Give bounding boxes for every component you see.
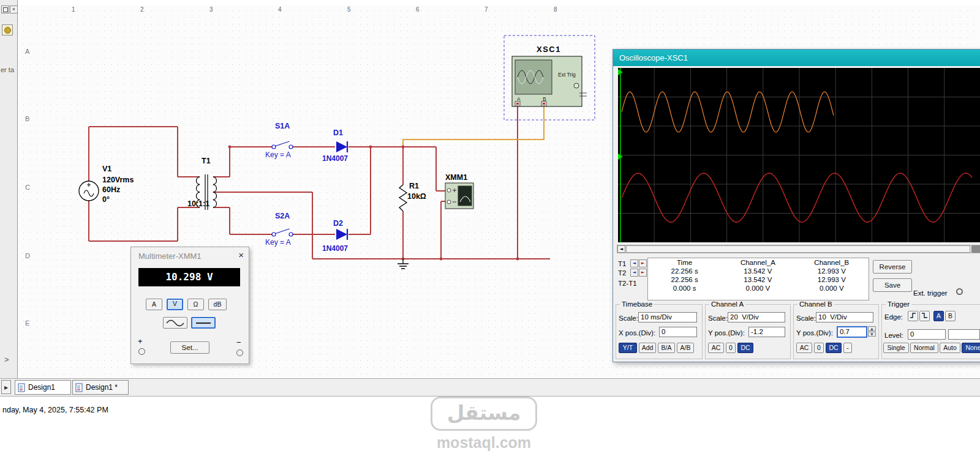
channel-a-scale-input[interactable]: 20 V/Div [728, 312, 785, 322]
channel-b-ypos-input[interactable]: 0.7 [837, 326, 867, 338]
scroll-left-button[interactable]: ◄ [617, 245, 625, 253]
trigger-level-unit-box[interactable] [948, 329, 980, 340]
trigger-a-button[interactable]: A [933, 311, 944, 321]
window-restore-icon[interactable] [1, 6, 9, 13]
window-close-icon[interactable]: × [10, 6, 18, 13]
ab-mode-button[interactable]: A/B [677, 343, 694, 353]
set-button[interactable]: Set... [170, 341, 209, 354]
dc-line-icon [194, 319, 213, 326]
ground-symbol[interactable] [398, 259, 409, 269]
multimeter-title: Multimeter-XMM1 [138, 251, 202, 261]
t1-label: T1 [202, 157, 211, 165]
r1-label: R1 [409, 182, 419, 190]
d1-diode[interactable]: D1 1N4007 [322, 129, 348, 163]
minus-terminal[interactable] [236, 349, 243, 356]
oscilloscope-window[interactable]: Oscilloscope-XSC1 ◄ T1 ◄ ► T2 ◄ ► T2-T1 … [612, 49, 980, 362]
t2-t1-label: T2-T1 [618, 280, 637, 287]
dc-mode-button[interactable] [191, 317, 216, 329]
schematic-sheet-icon [75, 383, 83, 392]
falling-edge-icon [921, 311, 929, 319]
channel-b-scale-input[interactable]: 10 V/Div [816, 312, 873, 322]
status-datetime: nday, May 4, 2025, 7:55:42 PM [2, 406, 108, 414]
channel-b-title: Channel B [797, 300, 834, 308]
ext-trig-label: Ext Trig [558, 72, 576, 78]
oscilloscope-titlebar[interactable]: Oscilloscope-XSC1 [613, 50, 980, 66]
timebase-xpos-input[interactable]: 0 [659, 327, 697, 337]
voltmeter-button[interactable]: V [167, 299, 183, 310]
multimeter-window[interactable]: Multimeter-XMM1 × 10.298 V A V Ω dB + − … [130, 247, 249, 364]
edge-rising-button[interactable] [908, 311, 918, 321]
t1-left-button[interactable]: ◄ [630, 259, 638, 267]
d2-diode[interactable]: D2 1N4007 [322, 219, 348, 253]
channel-a-title: Channel A [709, 300, 745, 308]
ohmmeter-button[interactable]: Ω [187, 299, 204, 310]
channel-b-ac-button[interactable]: AC [796, 343, 812, 353]
tab-scroll-button[interactable]: ▶ [1, 380, 11, 394]
v1-source[interactable]: V1 120Vrms 60Hz 0° [79, 165, 134, 204]
ypos-spin-up-button[interactable]: ▲ [868, 326, 876, 331]
t2-cursor-label: T2 [618, 269, 626, 277]
tab-design1-modified[interactable]: Design1 * [72, 380, 129, 395]
t2-right-button[interactable]: ► [639, 269, 647, 277]
timebase-scale-input[interactable]: 10 ms/Div [638, 312, 697, 322]
channel-a-group: Channel A Scale: 20 V/Div Y pos.(Div): -… [705, 304, 791, 359]
v1-frequency: 60Hz [102, 185, 120, 194]
docked-panel-text: er ta [1, 66, 14, 73]
trigger-none-button[interactable]: None [962, 343, 980, 353]
scrollbar-thumb[interactable] [626, 245, 970, 253]
left-dock-strip: × er ta > [0, 0, 18, 378]
save-button[interactable]: Save [873, 278, 912, 292]
table-row: 22.256 s13.542 V12.993 V [648, 267, 869, 275]
channel-b-zero-button[interactable]: 0 [814, 343, 824, 353]
t1-right-button[interactable]: ► [639, 259, 647, 267]
d2-part-label: 1N4007 [322, 244, 348, 253]
sine-icon [165, 319, 185, 327]
d1-part-label: 1N4007 [322, 154, 348, 163]
plus-terminal[interactable] [138, 348, 145, 355]
trigger-single-button[interactable]: Single [883, 343, 909, 353]
tab-label: Design1 * [86, 380, 118, 395]
ac-mode-button[interactable] [163, 317, 187, 329]
s1a-switch[interactable]: S1A Key = A [265, 122, 293, 159]
ammeter-button[interactable]: A [146, 299, 162, 310]
channel-a-zero-button[interactable]: 0 [726, 343, 736, 353]
plus-terminal-label: + [138, 337, 143, 346]
trigger-group: Trigger Edge: A B Level: 0 Single Normal… [881, 304, 980, 359]
channel-b-trace [622, 173, 972, 222]
trigger-level-input[interactable]: 0 [908, 329, 946, 340]
trigger-title: Trigger [886, 300, 911, 308]
scope-scrollbar[interactable]: ◄ [617, 245, 980, 253]
channel-b-group: Channel B Scale: 10 V/Div Y pos.(Div): 0… [793, 304, 879, 359]
close-icon[interactable]: × [238, 250, 244, 260]
s2a-key-label: Key = A [265, 238, 291, 247]
t2-left-button[interactable]: ◄ [630, 269, 638, 277]
toolbox-icon[interactable] [2, 24, 13, 35]
channel-b-dc-button[interactable]: DC [826, 343, 842, 353]
trigger-auto-button[interactable]: Auto [940, 343, 960, 353]
channel-a-ac-button[interactable]: AC [708, 343, 724, 353]
trigger-normal-button[interactable]: Normal [910, 343, 938, 353]
wires [89, 105, 550, 259]
reverse-button[interactable]: Reverse [873, 260, 912, 274]
trigger-b-button[interactable]: B [945, 311, 956, 321]
sheet-tab-bar: ▶ Design1 Design1 * [0, 378, 980, 397]
tab-design1[interactable]: Design1 [15, 380, 71, 395]
xmm1-instrument[interactable]: XMM1 [445, 173, 473, 209]
ba-mode-button[interactable]: B/A [658, 343, 675, 353]
r1-resistor[interactable]: R1 10kΩ [399, 182, 426, 211]
t1-transformer[interactable]: T1 10:1:1 [187, 157, 217, 210]
channel-a-dc-button[interactable]: DC [737, 343, 753, 353]
expand-arrow-icon[interactable]: > [4, 355, 9, 364]
yt-mode-button[interactable]: Y/T [619, 343, 637, 353]
t1-ratio: 10:1:1 [187, 199, 209, 208]
ypos-spin-down-button[interactable]: ▼ [868, 332, 876, 337]
s2a-switch[interactable]: S2A Key = A [265, 212, 293, 247]
channel-b-minus-button[interactable]: - [843, 343, 852, 353]
status-bar: nday, May 4, 2025, 7:55:42 PM [0, 396, 980, 462]
channel-a-ypos-input[interactable]: -1.2 [748, 327, 785, 337]
add-mode-button[interactable]: Add [639, 343, 656, 353]
db-button[interactable]: dB [208, 299, 227, 310]
edge-falling-button[interactable] [919, 311, 930, 321]
scope-display[interactable] [618, 68, 980, 242]
ext-trigger-terminal[interactable] [956, 288, 963, 295]
